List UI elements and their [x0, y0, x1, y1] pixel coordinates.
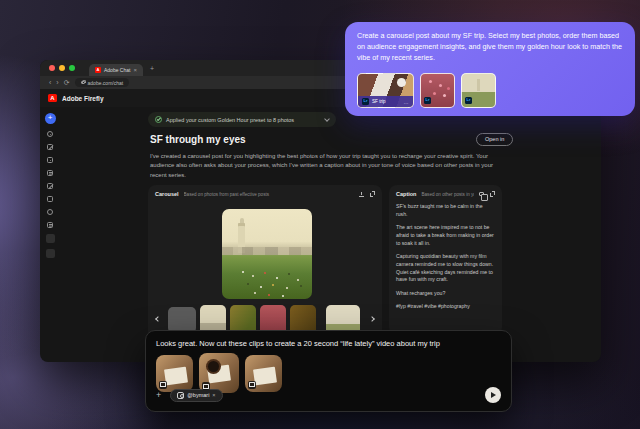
banner-text: Applied your custom Golden Hour preset t…	[166, 117, 321, 123]
page-title: SF through my eyes	[150, 134, 246, 145]
lock-icon	[81, 81, 85, 84]
carousel-next-icon[interactable]	[369, 316, 375, 322]
caption-subtitle: Based on other posts in your series	[421, 192, 474, 197]
forward-icon[interactable]: ›	[56, 79, 58, 87]
lightroom-icon: Lr	[424, 97, 431, 104]
app-title: Adobe Firefly	[62, 95, 104, 102]
photoshop-app-icon[interactable]	[46, 234, 55, 243]
city-skyline-graphic	[222, 247, 312, 255]
remove-chip-icon[interactable]: ×	[212, 392, 215, 398]
reload-icon[interactable]: ⟳	[64, 79, 70, 87]
video-icon	[248, 381, 256, 389]
send-icon	[491, 392, 496, 398]
video-clip-thumb[interactable]	[245, 355, 282, 392]
user-prompt-bubble: Create a carousel post about my SF trip.…	[345, 22, 635, 116]
sidebar-grid-icon[interactable]	[47, 222, 53, 228]
video-icon	[159, 381, 167, 389]
caption-text: SF's buzz taught me to be calm in the ru…	[389, 197, 502, 322]
video-icon	[202, 382, 210, 390]
browser-tab[interactable]: A Adobe Chat ×	[89, 64, 143, 76]
sidebar-folder-icon[interactable]	[47, 196, 53, 202]
send-button[interactable]	[485, 387, 501, 403]
new-chat-button[interactable]: +	[45, 113, 56, 124]
carousel-subtitle: Based on photos from past effective post…	[184, 192, 354, 197]
open-in-button[interactable]: Open in	[476, 133, 513, 146]
new-tab-button[interactable]: +	[150, 65, 154, 72]
video-clip-thumb[interactable]	[156, 355, 193, 392]
carousel-main-photo[interactable]	[222, 209, 312, 299]
instagram-icon	[177, 392, 184, 399]
caption-paragraph: Capturing quotidian beauty with my film …	[396, 253, 495, 284]
download-icon[interactable]	[359, 192, 364, 197]
caption-paragraph: SF's buzz taught me to be calm in the ru…	[396, 203, 495, 219]
sidebar-home-icon[interactable]	[47, 131, 53, 137]
url-field[interactable]: adobe.com/chat	[75, 78, 130, 87]
prompt-attachments: Lr SF trip … Lr Lr	[357, 73, 496, 108]
attachment-photo[interactable]: Lr	[461, 73, 496, 108]
caption-panel-header: Caption Based on other posts in your ser…	[389, 185, 502, 197]
lightroom-app-icon[interactable]	[46, 249, 55, 258]
copy-icon[interactable]	[479, 192, 484, 197]
carousel-panel: Carousel Based on photos from past effec…	[148, 185, 382, 345]
post-description: I've created a carousel post for you hig…	[150, 152, 502, 180]
check-icon	[155, 116, 162, 123]
minimize-window-button[interactable]	[59, 65, 65, 71]
caption-paragraph: The art scene here inspired me to not be…	[396, 224, 495, 247]
album-badge: Lr SF trip …	[358, 96, 413, 107]
desktop-background: A Adobe Chat × + ‹ › ⟳ adobe.com/chat A …	[0, 0, 640, 429]
caption-panel: Caption Based on other posts in your ser…	[389, 185, 502, 335]
carousel-prev-icon[interactable]	[155, 316, 161, 322]
handle-text: @bymari	[187, 392, 209, 398]
tab-title: Adobe Chat	[104, 67, 130, 73]
adobe-favicon-icon: A	[95, 67, 101, 73]
tab-close-icon[interactable]: ×	[133, 67, 137, 73]
caption-label: Caption	[396, 191, 416, 197]
lightroom-album-chip[interactable]: Lr SF trip …	[357, 73, 414, 108]
sidebar: +	[40, 107, 60, 362]
carousel-label: Carousel	[155, 191, 179, 197]
lightroom-icon: Lr	[362, 98, 369, 105]
user-prompt-text: Create a carousel post about my SF trip.…	[345, 22, 635, 63]
adobe-logo-icon: A	[48, 94, 57, 102]
album-name: SF trip	[372, 99, 401, 104]
expand-icon[interactable]	[370, 191, 376, 197]
close-window-button[interactable]	[49, 65, 55, 71]
add-attachment-button[interactable]: +	[156, 391, 161, 400]
carousel-panel-header: Carousel Based on photos from past effec…	[148, 185, 382, 197]
back-icon[interactable]: ‹	[49, 79, 51, 87]
golden-hour-preset-banner[interactable]: Applied your custom Golden Hour preset t…	[148, 112, 336, 127]
composer-message: Looks great. Now cut these clips to crea…	[146, 331, 511, 348]
park-crowd-graphic	[242, 271, 244, 273]
sidebar-history-icon[interactable]	[47, 209, 53, 215]
window-controls	[49, 65, 75, 71]
caption-hashtags: #fyp #travel #vibe #photography	[396, 303, 495, 311]
caption-paragraph: What recharges you?	[396, 290, 495, 298]
sidebar-chat-icon[interactable]	[47, 170, 53, 176]
chevron-down-icon	[324, 116, 330, 122]
instagram-handle-chip[interactable]: @bymari ×	[170, 389, 222, 402]
sidebar-edit-icon[interactable]	[47, 144, 53, 150]
zoom-window-button[interactable]	[69, 65, 75, 71]
sidebar-brush-icon[interactable]	[47, 183, 53, 189]
chat-composer[interactable]: Looks great. Now cut these clips to crea…	[145, 330, 512, 412]
url-text: adobe.com/chat	[88, 80, 124, 86]
attachment-photo[interactable]: Lr	[420, 73, 455, 108]
lightroom-icon: Lr	[465, 97, 472, 104]
expand-icon[interactable]	[490, 191, 496, 197]
sidebar-assets-icon[interactable]	[47, 157, 53, 163]
album-overflow-icon[interactable]: …	[404, 99, 410, 105]
